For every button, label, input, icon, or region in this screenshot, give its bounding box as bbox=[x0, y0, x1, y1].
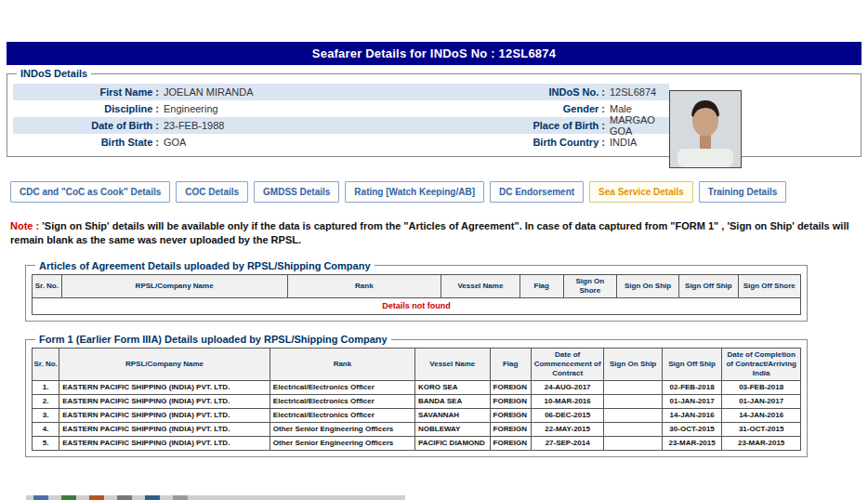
tab-rating-watch-keeping-ab[interactable]: Rating [Watch Keeping/AB] bbox=[345, 181, 484, 203]
table-row: 5. EASTERN PACIFIC SHIPPING (INDIA) PVT.… bbox=[33, 437, 801, 451]
cell-completion-date: 01-JAN-2017 bbox=[722, 395, 801, 409]
form1-header-row: Sr. No. RPSL/Company Name Rank Vessel Na… bbox=[33, 349, 801, 381]
field-value: 23-FEB-1988 bbox=[164, 120, 396, 131]
field-label: First Name : bbox=[13, 86, 164, 98]
articles-table: Sr. No. RPSL/Company Name Rank Vessel Na… bbox=[32, 274, 801, 315]
taskbar-icon bbox=[61, 495, 76, 500]
table-row: 2. EASTERN PACIFIC SHIPPING (INDIA) PVT.… bbox=[33, 395, 801, 409]
taskbar-icon bbox=[173, 495, 188, 500]
cell-completion-date: 14-JAN-2016 bbox=[722, 409, 801, 423]
field-label: Discipline : bbox=[13, 103, 164, 114]
tab-training-details[interactable]: Training Details bbox=[699, 181, 786, 203]
field-label: Birth Country : bbox=[396, 137, 610, 148]
cell-sign-off-ship: 02-FEB-2018 bbox=[662, 381, 721, 395]
cell-rank: Electrical/Electronics Officer bbox=[270, 395, 414, 409]
column-header: Sign On Ship bbox=[616, 274, 678, 297]
indos-details-grid: First Name : JOELAN MIRANDA INDoS No. : … bbox=[13, 84, 669, 151]
form1-section-legend: Form 1 (Earlier Form IIIA) Details uploa… bbox=[35, 334, 391, 345]
cell-commencement-date: 10-MAR-2016 bbox=[531, 395, 604, 409]
tab-gmdss-details[interactable]: GMDSS Details bbox=[254, 181, 339, 203]
cell-sr-no: 3. bbox=[33, 409, 59, 423]
cell-commencement-date: 06-DEC-2015 bbox=[531, 409, 604, 423]
cell-sign-on-ship bbox=[604, 395, 662, 409]
sign-on-ship-note: Note : 'Sign on Ship' details will be av… bbox=[10, 219, 858, 248]
column-header: Flag bbox=[490, 349, 531, 381]
column-header: Sign On Shore bbox=[563, 274, 616, 297]
cell-sign-on-ship bbox=[604, 381, 662, 395]
cell-flag: FOREIGN bbox=[490, 395, 531, 409]
articles-empty-message: Details not found bbox=[33, 297, 801, 314]
cell-completion-date: 23-MAR-2015 bbox=[722, 437, 801, 451]
cell-rank: Other Senior Engineering Officers bbox=[270, 423, 414, 437]
indos-row: First Name : JOELAN MIRANDA INDoS No. : … bbox=[13, 84, 669, 100]
cell-vessel: BANDA SEA bbox=[414, 395, 490, 409]
field-value: Male bbox=[610, 103, 669, 114]
column-header: Rank bbox=[270, 349, 414, 381]
column-header: Sr. No. bbox=[33, 349, 59, 381]
cell-completion-date: 31-OCT-2015 bbox=[722, 423, 801, 437]
seafarer-photo bbox=[669, 90, 742, 168]
cell-sign-on-ship bbox=[604, 409, 662, 423]
column-header: Sign On Ship bbox=[604, 349, 662, 381]
cell-vessel: KORO SEA bbox=[414, 381, 490, 395]
field-label: Date of Birth : bbox=[13, 120, 164, 131]
cell-commencement-date: 24-AUG-2017 bbox=[531, 381, 604, 395]
cell-rank: Other Senior Engineering Officers bbox=[270, 437, 414, 451]
field-value: MARGAO GOA bbox=[610, 114, 669, 137]
field-label: INDoS No. : bbox=[396, 86, 610, 98]
taskbar-sliver bbox=[26, 495, 405, 500]
cell-rank: Electrical/Electronics Officer bbox=[270, 409, 414, 423]
articles-header-row: Sr. No. RPSL/Company Name Rank Vessel Na… bbox=[33, 274, 801, 297]
column-header: Rank bbox=[287, 274, 441, 297]
cell-commencement-date: 27-SEP-2014 bbox=[531, 437, 604, 451]
indos-row: Discipline : Engineering Gender : Male bbox=[13, 100, 669, 117]
indos-row: Date of Birth : 23-FEB-1988 Place of Bir… bbox=[13, 117, 669, 134]
portrait-photo-graphic bbox=[670, 91, 741, 167]
tab-cdc-and-coc-as-cook-details[interactable]: CDC and "CoC as Cook" Details bbox=[10, 181, 170, 203]
cell-sr-no: 1. bbox=[33, 381, 59, 395]
table-row: 1. EASTERN PACIFIC SHIPPING (INDIA) PVT.… bbox=[33, 381, 801, 395]
field-value: GOA bbox=[164, 137, 396, 148]
field-value: INDIA bbox=[610, 137, 669, 148]
tab-dc-endorsement[interactable]: DC Endorsement bbox=[490, 181, 584, 203]
field-value: JOELAN MIRANDA bbox=[164, 86, 396, 98]
cell-sign-on-ship bbox=[604, 437, 662, 451]
taskbar-icon bbox=[89, 495, 104, 500]
field-label: Gender : bbox=[396, 103, 610, 114]
cell-sr-no: 4. bbox=[33, 423, 59, 437]
table-row: 4. EASTERN PACIFIC SHIPPING (INDIA) PVT.… bbox=[33, 423, 801, 437]
cell-sign-off-ship: 30-OCT-2015 bbox=[662, 423, 721, 437]
taskbar-icon bbox=[145, 495, 160, 500]
cell-flag: FOREIGN bbox=[490, 423, 531, 437]
cell-sign-off-ship: 23-MAR-2015 bbox=[662, 437, 721, 451]
cell-sr-no: 5. bbox=[33, 437, 59, 451]
indos-details-legend: INDoS Details bbox=[17, 68, 91, 79]
cell-sr-no: 2. bbox=[33, 395, 59, 409]
table-row: 3. EASTERN PACIFIC SHIPPING (INDIA) PVT.… bbox=[33, 409, 801, 423]
cell-vessel: NOBLEWAY bbox=[414, 423, 490, 437]
tab-coc-details[interactable]: COC Details bbox=[176, 181, 248, 203]
articles-empty-row: Details not found bbox=[33, 297, 801, 314]
column-header: Vessel Name bbox=[414, 349, 490, 381]
column-header: Sr. No. bbox=[33, 274, 62, 297]
tab-sea-service-details[interactable]: Sea Service Details bbox=[589, 181, 693, 203]
cell-vessel: PACIFIC DIAMOND bbox=[414, 437, 490, 451]
cell-company: EASTERN PACIFIC SHIPPING (INDIA) PVT. LT… bbox=[59, 409, 270, 423]
column-header: Sign Off Ship bbox=[662, 349, 721, 381]
cell-rank: Electrical/Electronics Officer bbox=[270, 381, 414, 395]
indos-details-section: INDoS Details First Name : JOELAN MIRAND… bbox=[7, 68, 861, 157]
cell-company: EASTERN PACIFIC SHIPPING (INDIA) PVT. LT… bbox=[59, 395, 270, 409]
cell-sign-off-ship: 14-JAN-2016 bbox=[662, 409, 721, 423]
field-label: Place of Birth : bbox=[396, 120, 610, 131]
tab-bar: CDC and "CoC as Cook" Details COC Detail… bbox=[10, 181, 861, 203]
note-body: 'Sign on Ship' details will be available… bbox=[10, 220, 849, 245]
cell-commencement-date: 22-MAY-2015 bbox=[531, 423, 604, 437]
column-header: Date of Completion of Contract/Arriving … bbox=[722, 349, 801, 381]
cell-sign-on-ship bbox=[604, 423, 662, 437]
column-header: RPSL/Company Name bbox=[61, 274, 287, 297]
column-header: Date of Commencement of Contract bbox=[531, 349, 604, 381]
cell-flag: FOREIGN bbox=[490, 409, 531, 423]
taskbar-icon bbox=[117, 495, 132, 500]
form1-section: Form 1 (Earlier Form IIIA) Details uploa… bbox=[25, 334, 808, 457]
cell-completion-date: 03-FEB-2018 bbox=[722, 381, 801, 395]
